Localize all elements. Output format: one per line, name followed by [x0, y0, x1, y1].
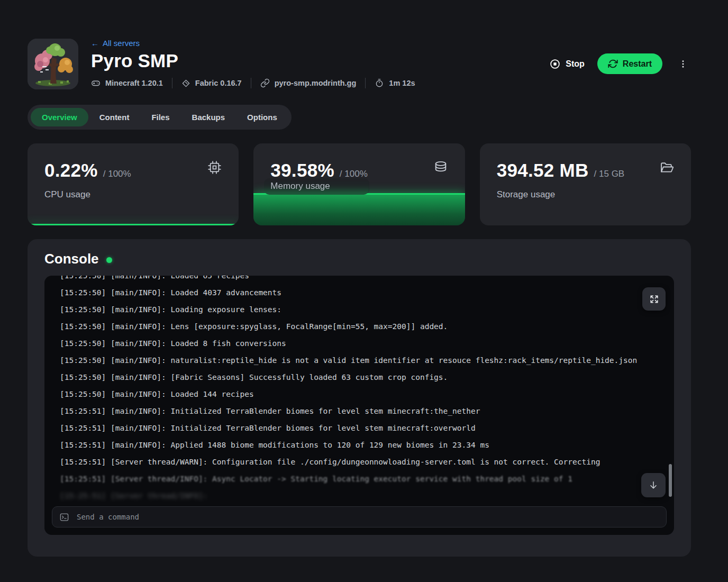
server-avatar — [28, 39, 78, 89]
restart-button-label: Restart — [623, 59, 652, 69]
cpu-usage-value: 0.22% — [44, 160, 98, 181]
arrow-down-icon — [648, 480, 659, 490]
fabric-icon — [181, 79, 190, 88]
storage-usage-label: Storage usage — [497, 189, 556, 200]
console-header: Console — [44, 251, 674, 267]
server-page: ← All servers Pyro SMP Minecraft 1.20.1 — [28, 0, 691, 557]
storage-usage-card: 394.52 MB / 15 GB Storage usage — [480, 143, 691, 225]
restart-button[interactable]: Restart — [597, 53, 662, 74]
tab-options[interactable]: Options — [236, 108, 288, 126]
command-input[interactable] — [76, 512, 659, 522]
more-options-button[interactable] — [675, 57, 691, 71]
memory-usage-value: 39.58% — [270, 160, 334, 181]
tab-bar: Overview Content Files Backups Options — [28, 105, 292, 130]
storage-usage-value: 394.52 MB — [497, 160, 589, 181]
console-line: [15:25:51] [Server thread/INFO]: Async L… — [60, 470, 674, 487]
tab-content[interactable]: Content — [88, 108, 141, 126]
stats-row: 0.22% / 100% CPU usage 39.58% / 100% — [28, 143, 691, 225]
server-header: ← All servers Pyro SMP Minecraft 1.20.1 — [28, 39, 691, 89]
stop-button[interactable]: Stop — [547, 55, 587, 73]
meta-minecraft-version: Minecraft 1.20.1 — [91, 78, 163, 88]
gamepad-icon — [91, 78, 101, 88]
console-title: Console — [44, 251, 99, 267]
memory-usage-readout: 39.58% / 100% — [270, 160, 448, 181]
meta-divider — [365, 78, 366, 88]
storage-usage-max: / 15 GB — [594, 169, 625, 179]
scroll-to-bottom-button[interactable] — [641, 473, 666, 497]
restart-icon — [608, 59, 618, 69]
console-line: [15:25:50] [main/INFO]: Loading exposure… — [60, 301, 674, 318]
page-title: Pyro SMP — [91, 50, 547, 71]
console-line: [15:25:50] [main/INFO]: Loaded 144 recip… — [60, 386, 674, 403]
storage-usage-readout: 394.52 MB / 15 GB — [497, 160, 674, 181]
console-card: Console [15:25:50] [main/INFO]: Loaded 6… — [28, 239, 691, 557]
cpu-icon — [207, 160, 222, 175]
console-line: [15:25:51] [main/INFO]: Initialized Terr… — [60, 403, 674, 420]
server-info: ← All servers Pyro SMP Minecraft 1.20.1 — [91, 39, 547, 88]
meta-loader-version: Fabric 0.16.7 — [181, 79, 242, 88]
tab-files[interactable]: Files — [140, 108, 180, 126]
console-line: [15:25:51] [Server thread/WARN]: Configu… — [60, 453, 674, 470]
back-link-label: All servers — [103, 39, 140, 48]
server-address-label: pyro-smp.modrinth.gg — [275, 79, 357, 87]
meta-server-address[interactable]: pyro-smp.modrinth.gg — [260, 78, 357, 88]
kebab-menu-icon — [678, 59, 688, 69]
minecraft-version-label: Minecraft 1.20.1 — [105, 79, 163, 87]
folder-icon — [659, 160, 674, 175]
server-icon-tree — [28, 39, 78, 89]
console-line: [15:25:50] [main/INFO]: Lens [exposure:s… — [60, 318, 674, 335]
console-line: [15:25:50] [main/INFO]: Loaded 4037 adva… — [60, 284, 674, 301]
console-scrollbar-thumb[interactable] — [669, 464, 672, 497]
console-lines: [15:25:50] [main/INFO]: Loaded 65 recipe… — [44, 276, 674, 504]
console-line: [15:25:50] [main/INFO]: Loaded 8 fish co… — [60, 335, 674, 352]
stop-icon — [549, 58, 561, 70]
cpu-usage-card: 0.22% / 100% CPU usage — [28, 143, 239, 225]
console-line: [15:25:51] [main/INFO]: Initialized Terr… — [60, 420, 674, 436]
database-icon — [433, 160, 448, 175]
stop-button-label: Stop — [566, 59, 585, 69]
expand-console-button[interactable] — [642, 287, 666, 311]
terminal-icon — [59, 512, 69, 522]
meta-divider — [172, 78, 172, 88]
cpu-usage-label: CPU usage — [44, 189, 90, 200]
cpu-usage-bar — [28, 224, 239, 225]
expand-icon — [649, 294, 659, 304]
cpu-usage-max: / 100% — [103, 169, 131, 179]
cpu-usage-readout: 0.22% / 100% — [44, 160, 222, 181]
console-line: [15:25:51] [main/INFO]: Applied 1488 bio… — [60, 436, 674, 453]
server-actions: Stop Restart — [547, 53, 691, 74]
server-meta-row: Minecraft 1.20.1 Fabric 0.16.7 pyro-smp.… — [91, 78, 547, 88]
console-output[interactable]: [15:25:50] [main/INFO]: Loaded 65 recipe… — [44, 276, 674, 535]
memory-usage-bar — [253, 193, 465, 225]
uptime-label: 1m 12s — [389, 79, 415, 87]
meta-divider — [251, 78, 251, 88]
console-line: [15:25:51] [Server thread/INFO]: — [60, 487, 674, 504]
back-to-all-servers-link[interactable]: ← All servers — [91, 39, 140, 48]
back-arrow-icon: ← — [91, 39, 99, 48]
console-line: [15:25:50] [main/INFO]: naturalist:repti… — [60, 352, 674, 369]
tab-backups[interactable]: Backups — [181, 108, 236, 126]
server-status-dot — [106, 257, 112, 263]
loader-version-label: Fabric 0.16.7 — [195, 79, 242, 87]
command-input-row — [52, 506, 667, 528]
console-line: [15:25:50] [main/INFO]: Loaded 65 recipe… — [60, 276, 674, 284]
link-icon — [260, 78, 270, 88]
memory-usage-label: Memory usage — [264, 178, 369, 195]
memory-usage-card: 39.58% / 100% Memory usage — [253, 143, 465, 225]
console-line: [15:25:50] [main/INFO]: [Fabric Seasons]… — [60, 369, 674, 386]
stopwatch-icon — [375, 78, 384, 88]
meta-uptime: 1m 12s — [375, 78, 415, 88]
tab-overview[interactable]: Overview — [31, 108, 88, 126]
